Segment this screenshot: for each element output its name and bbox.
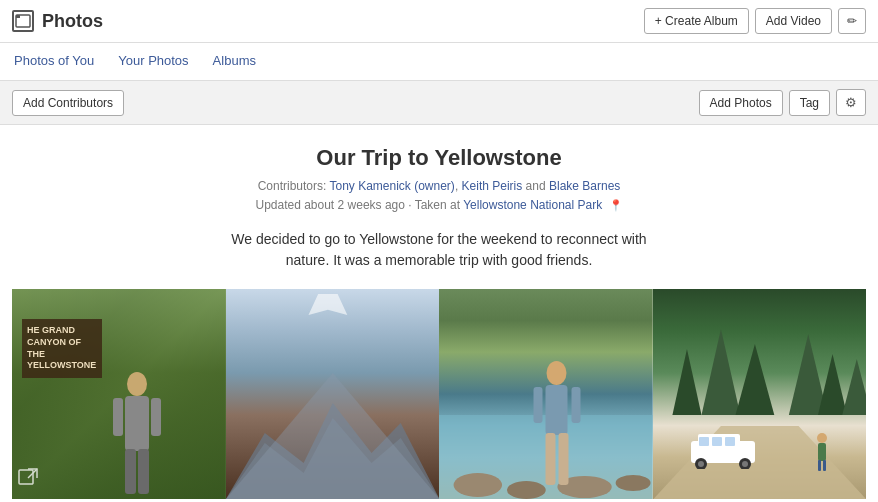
header-right: + Create Album Add Video ✏: [644, 8, 866, 34]
svg-rect-3: [125, 396, 149, 451]
tab-your-photos[interactable]: Your Photos: [116, 43, 190, 80]
person-silhouette-3: [529, 359, 584, 499]
jeep-svg: [683, 429, 763, 469]
tab-photos-of-you[interactable]: Photos of You: [12, 43, 96, 80]
mountain-svg: [226, 373, 440, 499]
person-silhouette-1: [107, 369, 167, 499]
toolbar-row: Add Contributors Add Photos Tag ⚙: [0, 81, 878, 125]
svg-marker-30: [842, 359, 866, 415]
svg-rect-1: [16, 15, 20, 18]
snow-svg: [226, 294, 440, 357]
contributors-label: Contributors:: [258, 179, 327, 193]
svg-point-15: [454, 473, 503, 497]
photos-app-icon: [12, 10, 34, 32]
svg-rect-20: [545, 385, 567, 435]
svg-point-18: [616, 475, 651, 491]
location-pin-icon: 📍: [609, 197, 623, 215]
svg-rect-23: [545, 433, 555, 485]
svg-rect-8: [19, 470, 33, 484]
photo-item-2[interactable]: [226, 289, 440, 499]
page-title: Photos: [42, 11, 103, 32]
top-header: Photos + Create Album Add Video ✏: [0, 0, 878, 43]
svg-point-41: [817, 433, 827, 443]
album-meta: Contributors: Tony Kamenick (owner), Kei…: [12, 177, 866, 215]
gear-button[interactable]: ⚙: [836, 89, 866, 116]
contributor3-link[interactable]: Blake Barnes: [549, 179, 620, 193]
svg-marker-13: [308, 294, 347, 315]
svg-rect-44: [823, 460, 826, 471]
tab-albums[interactable]: Albums: [211, 43, 258, 80]
updated-text: Updated about 2 weeks ago · Taken at: [255, 198, 460, 212]
svg-rect-5: [151, 398, 161, 436]
svg-marker-26: [701, 329, 740, 415]
svg-rect-38: [699, 437, 709, 446]
svg-marker-25: [672, 349, 701, 415]
nav-tabs: Photos of You Your Photos Albums: [0, 43, 878, 81]
pencil-icon: ✏: [847, 14, 857, 28]
svg-point-37: [742, 461, 748, 467]
toolbar-right: Add Photos Tag ⚙: [699, 89, 866, 116]
svg-point-2: [127, 372, 147, 396]
svg-rect-40: [725, 437, 735, 446]
svg-rect-22: [571, 387, 580, 423]
svg-point-19: [546, 361, 566, 385]
toolbar-left: Add Contributors: [12, 90, 124, 116]
svg-rect-42: [818, 443, 826, 461]
svg-marker-27: [735, 344, 774, 415]
main-content: Our Trip to Yellowstone Contributors: To…: [0, 125, 878, 499]
photo-item-1[interactable]: HE GRAND CANYON OF THE YELLOWSTONE: [12, 289, 226, 499]
contributor2-link[interactable]: Keith Peiris: [462, 179, 523, 193]
header-left: Photos: [12, 10, 103, 32]
svg-rect-24: [558, 433, 568, 485]
edit-button[interactable]: ✏: [838, 8, 866, 34]
forest-svg: [653, 289, 867, 415]
and-text: and: [526, 179, 546, 193]
svg-rect-21: [533, 387, 542, 423]
svg-marker-29: [817, 354, 846, 415]
svg-point-36: [698, 461, 704, 467]
link-out-icon: [18, 466, 40, 493]
svg-rect-39: [712, 437, 722, 446]
photo-item-4[interactable]: [653, 289, 867, 499]
sign-overlay: HE GRAND CANYON OF THE YELLOWSTONE: [22, 319, 102, 378]
album-title: Our Trip to Yellowstone: [12, 145, 866, 171]
photo-grid: HE GRAND CANYON OF THE YELLOWSTONE: [12, 289, 866, 499]
album-description: We decided to go to Yellowstone for the …: [224, 229, 654, 271]
svg-rect-7: [138, 449, 149, 494]
add-photos-button[interactable]: Add Photos: [699, 90, 783, 116]
add-video-button[interactable]: Add Video: [755, 8, 832, 34]
gear-icon: ⚙: [845, 95, 857, 110]
svg-rect-6: [125, 449, 136, 494]
tag-button[interactable]: Tag: [789, 90, 830, 116]
photo-item-3[interactable]: [439, 289, 653, 499]
add-contributors-button[interactable]: Add Contributors: [12, 90, 124, 116]
svg-rect-43: [818, 460, 821, 471]
svg-rect-4: [113, 398, 123, 436]
svg-marker-12: [226, 373, 440, 499]
location-link[interactable]: Yellowstone National Park: [463, 198, 602, 212]
create-album-button[interactable]: + Create Album: [644, 8, 749, 34]
person-jeep-icon: [813, 433, 831, 471]
owner-link[interactable]: Tony Kamenick (owner): [329, 179, 454, 193]
